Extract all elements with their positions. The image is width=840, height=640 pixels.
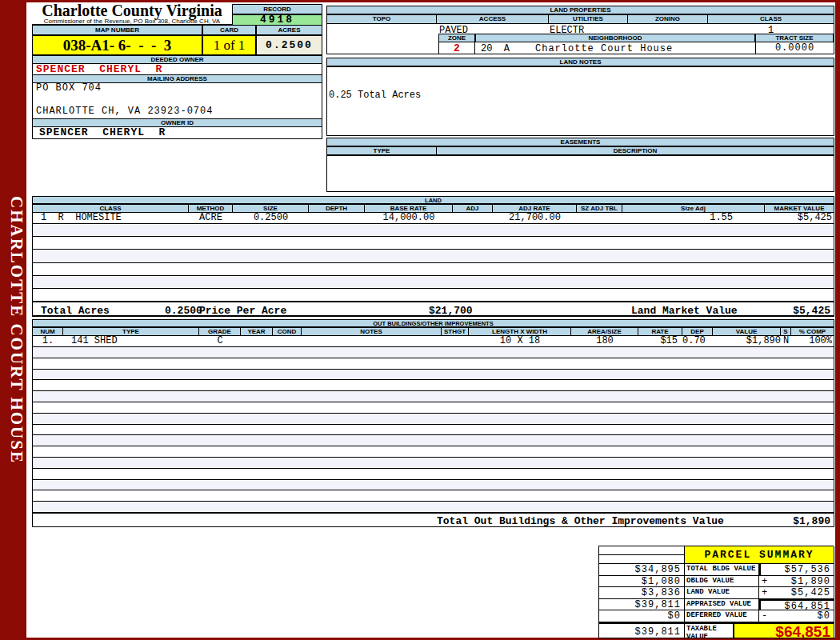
- property-record-card: CHARLOTTE COURT HOUSE Charlotte County V…: [0, 0, 840, 640]
- land-col-market-value: MARKET VALUE: [765, 205, 834, 212]
- empty-row: [33, 289, 834, 302]
- ps-value-land: + $5,425: [759, 587, 834, 599]
- empty-row: [33, 250, 834, 262]
- ob-col-area-size: AREA/SIZE: [571, 328, 638, 335]
- land-notes-box: 0.25 Total Acres: [326, 66, 834, 136]
- ob-col-pct-comp: % COMP: [791, 328, 834, 335]
- land-table-title: LAND: [32, 196, 834, 204]
- tract-size-label: TRACT SIZE: [755, 34, 834, 42]
- ps-op-obldg: +: [759, 576, 772, 587]
- empty-row: [33, 446, 834, 458]
- acres-label: ACRES: [256, 25, 322, 35]
- ps-op-land: +: [759, 587, 772, 598]
- empty-row: [33, 380, 834, 391]
- ob-row-year: [241, 336, 273, 346]
- land-row-base-rate: 14,000.00: [365, 213, 453, 223]
- parcel-summary-title: PARCEL SUMMARY: [685, 546, 834, 564]
- easement-description-label: DESCRIPTION: [437, 147, 834, 154]
- ps-value-deferred: - $0: [759, 610, 834, 622]
- ob-col-s: S: [781, 328, 791, 335]
- ps-op-total-bldg: [761, 564, 774, 575]
- mailing-address-box: PO BOX 704 CHARLOTTE CH, VA 23923-0704: [32, 83, 322, 118]
- ob-col-num: NUM: [33, 328, 63, 335]
- ps-prior-taxable: $39,811: [599, 622, 685, 639]
- ob-row-rate: $15: [638, 336, 682, 346]
- ob-row-area-size: 180: [571, 336, 638, 346]
- ps-label-appraised: APPRAISED VALUE: [685, 599, 759, 611]
- land-totals-row: Total Acres 0.2500 Price Per Acre $21,70…: [32, 302, 834, 317]
- land-row-sz-adj-tbl: [577, 213, 622, 223]
- land-col-adj-rate: ADJ RATE: [493, 205, 577, 212]
- land-properties-title: LAND PROPERTIES: [326, 6, 834, 14]
- empty-row: [33, 358, 834, 370]
- empty-row: [33, 391, 834, 402]
- empty-row: [33, 224, 834, 237]
- land-market-value: $5,425: [793, 305, 830, 317]
- land-row-class: 1 R HOMESITE: [33, 213, 189, 223]
- ps-value-total-bldg: $57,536: [759, 564, 834, 576]
- acres-value: 0.2500: [256, 35, 322, 55]
- easements-header-row: TYPE DESCRIPTION: [326, 146, 834, 155]
- out-buildings-empty-rows: [32, 346, 834, 513]
- ob-col-value: VALUE: [713, 328, 781, 335]
- land-data-row: 1 R HOMESITE ACRE 0.2500 14,000.00 21,70…: [32, 213, 834, 224]
- land-row-depth: [309, 213, 365, 223]
- empty-row: [33, 480, 834, 491]
- map-number-label: MAP NUMBER: [32, 25, 202, 35]
- deeded-owner-value: SPENCER CHERYL R: [32, 64, 322, 74]
- empty-row: [33, 469, 834, 480]
- total-acres-value: 0.2500: [165, 305, 202, 317]
- land-notes-title: LAND NOTES: [326, 58, 834, 66]
- out-buildings-header-row: NUM TYPE GRADE YEAR COND NOTES STHGT LEN…: [32, 327, 834, 336]
- record-value: 4918: [232, 14, 322, 26]
- owner-id-value: SPENCER CHERYL R: [32, 127, 322, 139]
- land-row-size-adj: 1.55: [622, 213, 765, 223]
- land-col-class: CLASS: [33, 205, 189, 212]
- empty-row: [33, 425, 834, 436]
- address-line-2: CHARLOTTE CH, VA 23923-0704: [33, 106, 213, 117]
- ps-blank-cell: [599, 555, 685, 564]
- ob-col-grade: GRADE: [199, 328, 241, 335]
- empty-row: [33, 276, 834, 289]
- ps-value-obldg: + $1,890: [759, 576, 834, 588]
- land-empty-rows: [32, 224, 834, 302]
- land-properties-box: TOPO ACCESS UTILITIES ZONING CLASS PAVED…: [326, 14, 834, 54]
- ob-row-type: 141 SHED: [63, 336, 199, 346]
- ps-prior-total-bldg: $34,895: [599, 564, 685, 576]
- access-label: ACCESS: [437, 15, 549, 23]
- land-col-base-rate: BASE RATE: [365, 205, 453, 212]
- ob-col-type: TYPE: [63, 328, 199, 335]
- ob-row-num: 1.: [33, 336, 63, 346]
- zone-value: 2: [438, 42, 475, 54]
- land-row-adj: [453, 213, 493, 223]
- ps-taxable-row: TAXABLE VALUE $64,851: [685, 622, 834, 639]
- utilities-label: UTILITIES: [549, 15, 628, 23]
- county-subtitle: Commissioner of the Revenue, PO Box 308,…: [32, 18, 232, 25]
- ob-col-length-width: LENGTH X WIDTH: [469, 328, 571, 335]
- empty-row: [33, 347, 834, 358]
- ps-value-appraised: $64,851: [759, 599, 834, 611]
- empty-row: [33, 458, 834, 469]
- empty-row: [33, 402, 834, 414]
- ps-label-land: LAND VALUE: [685, 587, 759, 599]
- empty-row: [33, 435, 834, 446]
- tract-size-value: 0.0000: [755, 42, 834, 54]
- ps-prior-obldg: $1,080: [599, 576, 685, 588]
- address-line-1: PO BOX 704: [33, 83, 322, 94]
- land-col-method: METHOD: [189, 205, 233, 212]
- ps-label-obldg: OBLDG VALUE: [685, 576, 759, 588]
- topo-label: TOPO: [327, 15, 437, 23]
- empty-row: [33, 502, 834, 513]
- ps-prior-deferred: $0: [599, 610, 685, 622]
- ps-num-total-bldg: $57,536: [774, 564, 834, 575]
- sidebar-vertical-title: CHARLOTTE COURT HOUSE: [1, 178, 26, 482]
- ob-row-s: N: [781, 336, 791, 346]
- out-buildings-total-label: Total Out Buildings & Other Improvements…: [437, 515, 724, 527]
- ob-col-dep: DEP: [682, 328, 713, 335]
- ps-num-obldg: $1,890: [772, 576, 834, 587]
- easements-title: EASEMENTS: [326, 138, 834, 146]
- land-row-size: 0.2500: [233, 213, 309, 223]
- ob-row-value: $1,890: [713, 336, 781, 346]
- neighborhood-label: NEIGHBORHOOD: [475, 34, 755, 42]
- ob-col-rate: RATE: [638, 328, 682, 335]
